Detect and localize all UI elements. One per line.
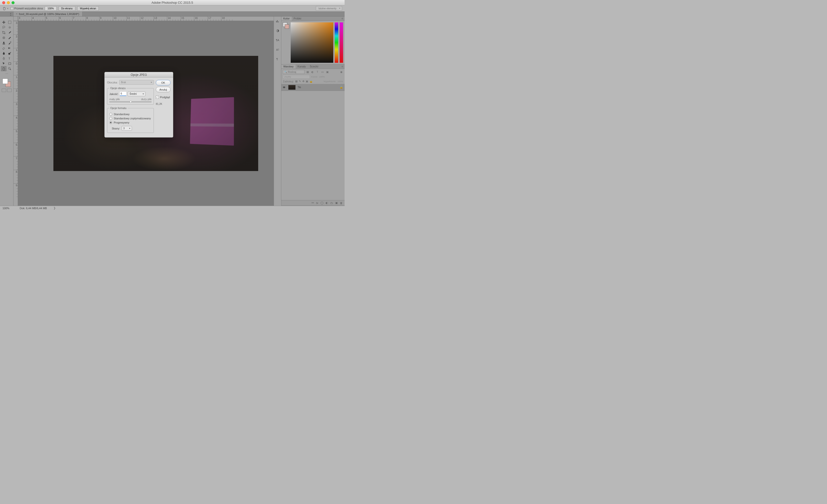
foreground-swatch[interactable] (2, 79, 8, 84)
fill-screen-button[interactable]: Wypełnij ekran (77, 6, 99, 11)
scroll-all-label: Przewiń wszystkie okna (14, 7, 43, 10)
preview-checkbox[interactable]: ✓ Podgląd (156, 96, 171, 99)
zoom-percent-field[interactable]: 100% (45, 6, 57, 11)
jpeg-options-dialog: Opcje JPEG Otoczka: Brak Opcje obrazu Ja… (104, 72, 173, 138)
large-file-label: duży plik (141, 98, 152, 101)
fit-screen-button[interactable]: Do ekranu (59, 6, 75, 11)
image-options-legend: Opcje obrazu (109, 87, 127, 90)
ok-button[interactable]: OK (156, 80, 171, 85)
cancel-button[interactable]: Anuluj (156, 87, 171, 92)
slider-thumb-icon[interactable] (130, 101, 132, 103)
current-tool-icon[interactable]: ▼ (2, 7, 9, 10)
app-title: Adobe Photoshop CC 2015.5 (0, 1, 345, 4)
status-document-size[interactable]: Dok: 6,44 MB/6,44 MB (20, 207, 47, 210)
radio-optimized[interactable]: Standardowy zoptymalizowany (109, 117, 152, 120)
scroll-all-windows-checkbox[interactable]: Przewiń wszystkie okna (11, 7, 43, 10)
dialog-title: Opcje JPEG (105, 72, 173, 78)
options-bar: ▼ Przewiń wszystkie okna 100% Do ekranu … (0, 5, 345, 11)
image-options-fieldset: Opcje obrazu Jakość: Średni mały plik du… (107, 87, 154, 105)
workspace-switcher[interactable]: Istotne elementy (316, 6, 342, 11)
radio-baseline[interactable]: Standardowy (109, 113, 152, 116)
status-menu-icon[interactable]: ❯ (53, 206, 56, 210)
status-bar: 100% Dok: 6,44 MB/6,44 MB ❯ (0, 206, 345, 210)
filesize-readout: 81,2K (156, 103, 171, 105)
radio-progressive[interactable]: Progresywny (109, 121, 152, 124)
quality-input[interactable] (120, 92, 126, 96)
quality-slider[interactable] (109, 101, 152, 102)
scans-select[interactable]: 3 (121, 126, 132, 131)
format-options-legend: Opcje formatu (109, 107, 128, 109)
titlebar: Adobe Photoshop CC 2015.5 (0, 0, 345, 5)
quality-preset-select[interactable]: Średni (128, 92, 145, 96)
status-zoom[interactable]: 100% (2, 207, 15, 210)
matte-select[interactable]: Brak (119, 80, 154, 85)
quality-label: Jakość: (109, 93, 118, 96)
format-options-fieldset: Opcje formatu Standardowy Standardowy zo… (107, 107, 154, 133)
matte-label: Otoczka: (107, 81, 118, 84)
small-file-label: mały plik (109, 98, 120, 101)
scans-label: Skany: (112, 127, 120, 130)
